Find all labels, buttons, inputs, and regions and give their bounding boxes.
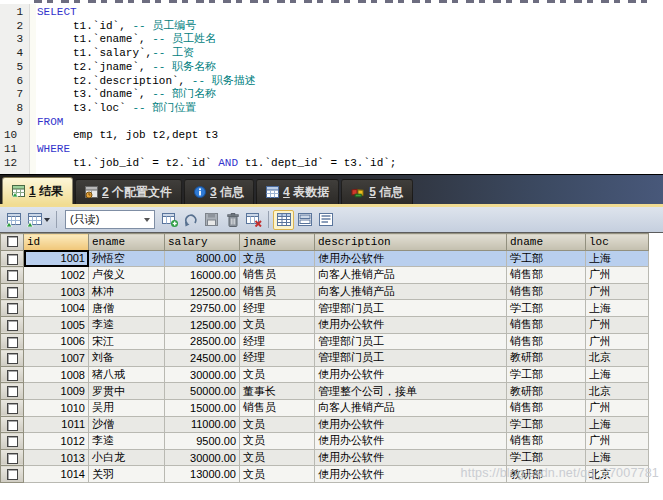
table-row[interactable]: 1012李逵9500.00文员使用办公软件销售部广州 [1,433,649,450]
table-row[interactable]: 1009罗贯中50000.00董事长管理整个公司，接单教研部北京 [1,383,649,400]
cell-id[interactable]: 1010 [24,399,89,416]
stop-icon[interactable] [243,210,264,230]
cell-ename[interactable]: 刘备 [89,350,165,367]
cell-dname[interactable]: 学工部 [507,449,586,466]
row-checkbox-cell[interactable] [1,433,24,450]
cell-jname[interactable]: 文员 [240,250,315,267]
cell-jname[interactable]: 经理 [240,350,315,367]
row-checkbox[interactable] [7,303,18,314]
cell-dname[interactable]: 销售部 [507,433,586,450]
cell-ename[interactable]: 李逵 [89,316,165,333]
cell-jname[interactable]: 文员 [240,449,315,466]
cell-dname[interactable]: 教研部 [507,350,586,367]
column-header-salary[interactable]: salary [165,234,240,251]
cell-dname[interactable]: 学工部 [507,416,586,433]
save-icon[interactable] [201,210,222,230]
cell-salary[interactable]: 24500.00 [165,350,240,367]
cell-id[interactable]: 1002 [24,267,89,284]
row-checkbox-cell[interactable] [1,449,24,466]
column-header-description[interactable]: description [315,234,507,251]
table-row[interactable]: 1002卢俊义16000.00销售员向客人推销产品销售部广州 [1,267,649,284]
cell-jname[interactable]: 文员 [240,416,315,433]
cell-salary[interactable]: 30000.00 [165,449,240,466]
row-checkbox-cell[interactable] [1,300,24,317]
cell-salary[interactable]: 16000.00 [165,267,240,284]
cell-dname[interactable]: 销售部 [507,267,586,284]
cell-dname[interactable]: 销售部 [507,333,586,350]
cell-id[interactable]: 1008 [24,366,89,383]
cell-id[interactable]: 1004 [24,300,89,317]
cell-jname[interactable]: 经理 [240,333,315,350]
cell-salary[interactable]: 13000.00 [165,466,240,483]
row-checkbox[interactable] [7,403,18,414]
cell-description[interactable]: 使用办公软件 [315,416,507,433]
cell-dname[interactable]: 销售部 [507,283,586,300]
cell-jname[interactable]: 文员 [240,366,315,383]
table-row[interactable]: 1013小白龙30000.00文员使用办公软件学工部上海 [1,449,649,466]
cell-loc[interactable]: 广州 [586,333,649,350]
column-header-ename[interactable]: ename [89,234,165,251]
cell-id[interactable]: 1005 [24,316,89,333]
table-row[interactable]: 1011沙僧11000.00文员使用办公软件学工部上海 [1,416,649,433]
cell-description[interactable]: 使用办公软件 [315,449,507,466]
cell-ename[interactable]: 唐僧 [89,300,165,317]
row-checkbox[interactable] [7,353,18,364]
row-checkbox[interactable] [7,254,18,265]
cell-jname[interactable]: 董事长 [240,383,315,400]
select-all-checkbox[interactable] [7,236,18,247]
row-checkbox[interactable] [7,453,18,464]
cell-description[interactable]: 使用办公软件 [315,250,507,267]
cell-loc[interactable]: 广州 [586,433,649,450]
row-checkbox-cell[interactable] [1,283,24,300]
cell-loc[interactable]: 上海 [586,449,649,466]
cell-ename[interactable]: 卢俊义 [89,267,165,284]
grid-view-button[interactable] [273,210,294,230]
cell-description[interactable]: 使用办公软件 [315,433,507,450]
cell-id[interactable]: 1014 [24,466,89,483]
row-checkbox-cell[interactable] [1,416,24,433]
cell-ename[interactable]: 罗贯中 [89,383,165,400]
tab-table-data[interactable]: 4 表数据 [256,179,339,204]
cell-loc[interactable]: 广州 [586,399,649,416]
cell-description[interactable]: 管理整个公司，接单 [315,383,507,400]
row-checkbox[interactable] [7,320,18,331]
cell-loc[interactable]: 上海 [586,416,649,433]
row-checkbox-cell[interactable] [1,350,24,367]
cell-salary[interactable]: 15000.00 [165,399,240,416]
row-checkbox[interactable] [7,370,18,381]
row-checkbox[interactable] [7,420,18,431]
cell-description[interactable]: 使用办公软件 [315,366,507,383]
cell-salary[interactable]: 12500.00 [165,283,240,300]
cell-jname[interactable]: 文员 [240,433,315,450]
cell-description[interactable]: 管理部门员工 [315,350,507,367]
cell-ename[interactable]: 宋江 [89,333,165,350]
cell-ename[interactable]: 猪八戒 [89,366,165,383]
cell-id[interactable]: 1007 [24,350,89,367]
cell-loc[interactable]: 广州 [586,283,649,300]
cell-description[interactable]: 向客人推销产品 [315,267,507,284]
cell-loc[interactable]: 广州 [586,267,649,284]
cell-ename[interactable]: 李逵 [89,433,165,450]
table-row[interactable]: 1005李逵12500.00文员使用办公软件销售部广州 [1,316,649,333]
cell-description[interactable]: 管理部门员工 [315,333,507,350]
table-row[interactable]: 1003林冲12500.00销售员向客人推销产品销售部广州 [1,283,649,300]
cell-loc[interactable]: 上海 [586,366,649,383]
cell-dname[interactable]: 学工部 [507,366,586,383]
sql-editor[interactable]: 1SELECT2t1.`id`, -- 员工编号3t1.`ename`, -- … [0,4,663,174]
cell-salary[interactable]: 8000.00 [165,250,240,267]
row-checkbox-cell[interactable] [1,333,24,350]
table-row[interactable]: 1008猪八戒30000.00文员使用办公软件学工部上海 [1,366,649,383]
cell-salary[interactable]: 11000.00 [165,416,240,433]
row-checkbox[interactable] [7,436,18,447]
tab-profiles[interactable]: 2 个配置文件 [75,179,182,204]
tab-results[interactable]: 1 结果 [2,177,73,204]
cell-ename[interactable]: 吴用 [89,399,165,416]
cell-loc[interactable]: 北京 [586,383,649,400]
table-row[interactable]: 1007刘备24500.00经理管理部门员工教研部北京 [1,350,649,367]
cell-salary[interactable]: 29750.00 [165,300,240,317]
add-row-button[interactable] [159,210,180,230]
cell-jname[interactable]: 销售员 [240,283,315,300]
cell-id[interactable]: 1012 [24,433,89,450]
cell-description[interactable]: 向客人推销产品 [315,283,507,300]
tab-messages[interactable]: 5 信息 [341,179,413,204]
